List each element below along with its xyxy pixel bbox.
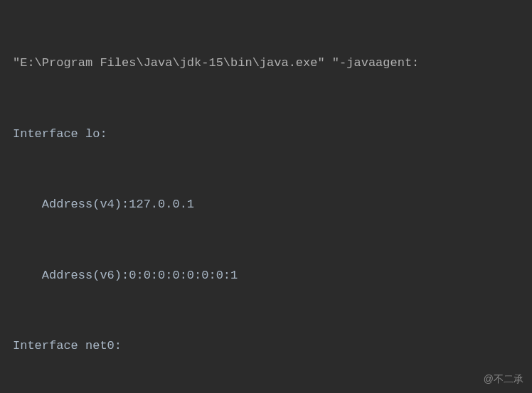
command-line: "E:\Program Files\Java\jdk-15\bin\java.e…	[13, 51, 532, 75]
watermark: @不二承	[484, 373, 523, 386]
output-line: Address(v4):127.0.0.1	[13, 193, 532, 216]
output-line: Address(v6):0:0:0:0:0:0:0:1	[13, 264, 532, 287]
output-line: Interface lo:	[13, 122, 532, 146]
output-line: Interface net0:	[13, 334, 532, 357]
console-output: "E:\Program Files\Java\jdk-15\bin\java.e…	[0, 0, 532, 393]
